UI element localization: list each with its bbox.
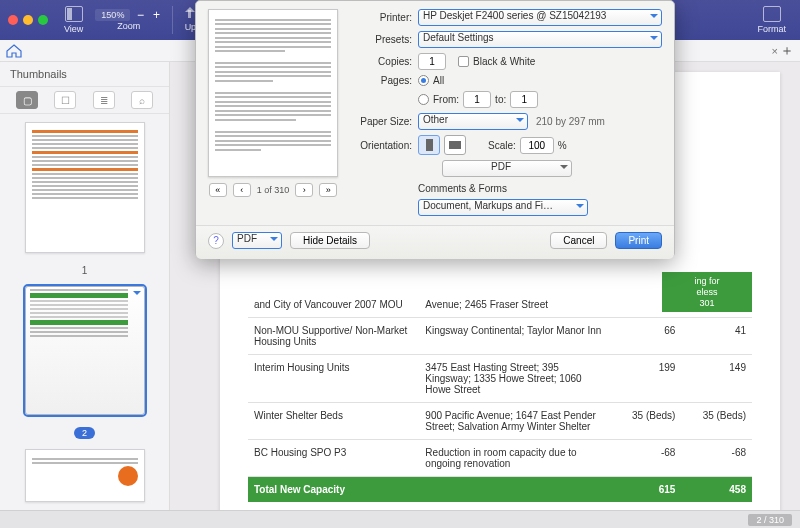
copies-input[interactable]	[418, 53, 446, 70]
print-button[interactable]: Print	[615, 232, 662, 249]
copies-label: Copies:	[352, 56, 418, 67]
scale-label: Scale:	[488, 140, 516, 151]
thumbnail-2-label: 2	[74, 427, 95, 439]
bw-label: Black & White	[473, 56, 535, 67]
window-controls	[8, 15, 48, 25]
pages-from-input[interactable]	[463, 91, 491, 108]
cancel-button[interactable]: Cancel	[550, 232, 607, 249]
paper-size-select[interactable]: Other	[418, 113, 528, 130]
table-row: Winter Shelter Beds900 Pacific Avenue; 1…	[248, 403, 752, 440]
bw-checkbox[interactable]	[458, 56, 469, 67]
preview-page-nav: « ‹ 1 of 310 › »	[208, 183, 338, 197]
table-header-green: ing foreless301	[662, 272, 752, 312]
fullscreen-window-button[interactable]	[38, 15, 48, 25]
annotations-tab[interactable]: ≣	[93, 91, 115, 109]
print-dialog: « ‹ 1 of 310 › » Printer: HP Deskjet F24…	[195, 0, 675, 258]
view-label: View	[64, 24, 83, 34]
format-label: Format	[757, 24, 786, 34]
zoom-out-button[interactable]: −	[134, 9, 146, 21]
view-mode-button[interactable]: View	[64, 6, 83, 34]
print-preview-pane: « ‹ 1 of 310 › »	[208, 9, 338, 221]
comments-forms-select[interactable]: Document, Markups and Fi…	[418, 199, 588, 216]
presets-select[interactable]: Default Settings	[418, 31, 662, 48]
pages-all-radio[interactable]	[418, 75, 429, 86]
table-total-row: Total New Capacity 615 458	[248, 477, 752, 503]
format-icon	[763, 6, 781, 22]
view-icon	[65, 6, 83, 22]
percent-label: %	[558, 140, 567, 151]
preview-first-button[interactable]: «	[209, 183, 227, 197]
minimize-window-button[interactable]	[23, 15, 33, 25]
orientation-label: Orientation:	[352, 140, 418, 151]
close-window-button[interactable]	[8, 15, 18, 25]
status-bar: 2 / 310	[0, 510, 800, 528]
thumbnail-page-1[interactable]	[25, 122, 145, 253]
orientation-portrait-button[interactable]	[418, 135, 440, 155]
print-options-form: Printer: HP Deskjet F2400 series @ SZ150…	[352, 9, 662, 221]
preview-next-button[interactable]: ›	[295, 183, 313, 197]
pdf-section-select[interactable]: PDF	[442, 160, 572, 177]
table-row: Non-MOU Supportive/ Non-Market Housing U…	[248, 318, 752, 355]
scale-input[interactable]	[520, 137, 554, 154]
printer-label: Printer:	[352, 12, 418, 23]
page-indicator[interactable]: 2 / 310	[748, 514, 792, 526]
preview-last-button[interactable]: »	[319, 183, 337, 197]
preview-page-label: 1 of 310	[257, 185, 290, 195]
pdf-dropdown-button[interactable]: PDF	[232, 232, 282, 249]
thumbnail-1-label: 1	[82, 265, 88, 276]
pages-label: Pages:	[352, 75, 418, 86]
pages-to-label: to:	[495, 94, 506, 105]
pages-to-input[interactable]	[510, 91, 538, 108]
zoom-control: 150% − + Zoom	[95, 9, 162, 31]
bookmarks-tab[interactable]: ☐	[54, 91, 76, 109]
pages-range-radio[interactable]	[418, 94, 429, 105]
print-dialog-footer: ? PDF Hide Details Cancel Print	[196, 225, 674, 259]
pages-all-label: All	[433, 75, 444, 86]
tab-close-button[interactable]: ×	[772, 45, 778, 57]
sidebar-mode-tabs: ▢ ☐ ≣ ⌕	[0, 86, 169, 114]
format-button[interactable]: Format	[757, 6, 786, 34]
paper-dimensions-label: 210 by 297 mm	[536, 116, 605, 127]
comments-forms-label: Comments & Forms	[418, 183, 507, 194]
zoom-value[interactable]: 150%	[95, 9, 130, 21]
zoom-label: Zoom	[117, 21, 140, 31]
thumbnails-tab[interactable]: ▢	[16, 91, 38, 109]
graphic-icon	[118, 466, 138, 486]
presets-label: Presets:	[352, 34, 418, 45]
preview-prev-button[interactable]: ‹	[233, 183, 251, 197]
toolbar-separator	[172, 6, 173, 34]
pages-from-label: From:	[433, 94, 459, 105]
hide-details-button[interactable]: Hide Details	[290, 232, 370, 249]
home-icon[interactable]	[6, 44, 22, 58]
thumbnail-page-2[interactable]	[25, 286, 145, 415]
new-tab-button[interactable]: ＋	[780, 42, 794, 60]
print-preview-page	[208, 9, 338, 177]
printer-select[interactable]: HP Deskjet F2400 series @ SZ15042193	[418, 9, 662, 26]
help-button[interactable]: ?	[208, 233, 224, 249]
capacity-table: and City of Vancouver 2007 MOUAvenue; 24…	[248, 292, 752, 502]
table-row: Interim Housing Units3475 East Hasting S…	[248, 355, 752, 403]
thumbnails-list: 1 2	[0, 114, 169, 510]
orientation-landscape-button[interactable]	[444, 135, 466, 155]
thumbnails-sidebar: Thumbnails ▢ ☐ ≣ ⌕ 1	[0, 62, 170, 510]
search-tab[interactable]: ⌕	[131, 91, 153, 109]
thumbnail-page-3[interactable]	[25, 449, 145, 502]
table-row: BC Housing SPO P3Reduction in room capac…	[248, 440, 752, 477]
paper-size-label: Paper Size:	[352, 116, 418, 127]
zoom-in-button[interactable]: +	[150, 9, 162, 21]
sidebar-title: Thumbnails	[0, 62, 169, 86]
